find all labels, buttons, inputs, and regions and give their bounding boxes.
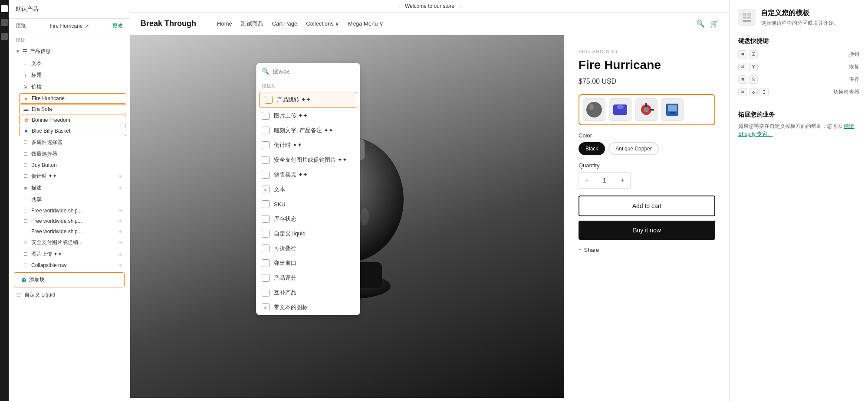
add-to-cart-button[interactable]: Add to cart [579, 196, 715, 216]
color-section: Color Black Antique Copper [579, 132, 715, 155]
dropdown-item-custom-liquid[interactable]: 自定义 liquid [256, 226, 360, 241]
dropdown-item-selling-points[interactable]: 销售卖点 ✦✦ [256, 167, 360, 182]
sidebar-icon-pin[interactable] [1, 19, 8, 26]
nav-item-collections[interactable]: Collections ∨ [306, 20, 339, 27]
image-upload-dd-icon [262, 112, 270, 120]
share-row[interactable]: ↑ Share [579, 247, 715, 253]
tree-parent-product-info[interactable]: ▼ ☰ 产品信息 [9, 45, 130, 58]
qty-select-label: 数量选择器 [31, 150, 123, 158]
dropdown-item-product-carousel[interactable]: 产品跳转 ✦✦ [259, 92, 357, 108]
description-eye-icon[interactable]: 👁 [118, 186, 123, 191]
countdown-eye-icon[interactable]: 👁 [118, 174, 123, 179]
variant-img-2[interactable] [609, 98, 631, 121]
product-info-area: SHO-SHO-SHO Fire Hurricane $75.00 USD [564, 35, 729, 398]
tree-item-countdown[interactable]: ☐ 倒计时 ✦✦ 👁 [16, 170, 130, 182]
svg-rect-16 [670, 112, 675, 114]
description-icon: ≡ [23, 185, 29, 191]
buy-button-label: Buy Button [31, 162, 123, 168]
shortcuts-section: 键盘快捷键 ⌘ Z 撤销 ⌘ Y 恢复 ⌘ S 保存 ⌘ ◇ [738, 37, 859, 101]
variant-img-4[interactable] [661, 98, 684, 121]
color-black[interactable]: Black [579, 142, 605, 155]
tree-item-free-ship-3[interactable]: ☐ Free worldwide ship... 👁 [16, 226, 130, 237]
nav-item-home[interactable]: Home [217, 20, 232, 27]
add-block-button[interactable]: ⊕ 添加块 [14, 272, 125, 287]
collapsible-row-label: 可折叠行 [274, 245, 355, 252]
free-ship-3-label: Free worldwide ship... [31, 228, 115, 235]
tree-item-qty-select[interactable]: ☐ 数量选择器 [16, 148, 130, 160]
dropdown-item-secure-promo[interactable]: 安全支付图片或促销图片 ✦✦ [256, 153, 360, 167]
nav-item-mega-menu[interactable]: Mega Menu ∨ [348, 20, 384, 27]
tree-item-era-sofa[interactable]: ▬ Era Sofa [19, 104, 126, 114]
dropdown-item-rating[interactable]: 产品评分 [256, 271, 360, 285]
tree-item-image-upload[interactable]: ☐ 图片上传 ✦✦ 👁 [16, 248, 130, 260]
tree-item-price[interactable]: ¥ 价格 [16, 81, 130, 93]
nav-item-cart[interactable]: Cart Page [272, 20, 298, 27]
product-info-label: 产品信息 [30, 48, 51, 55]
sidebar-icon-apps[interactable] [1, 33, 8, 40]
product-area: SHO-SHO-SHO Fire Hurricane $75.00 USD [130, 35, 729, 398]
free-ship-1-eye-icon[interactable]: 👁 [118, 208, 123, 213]
free-ship-3-eye-icon[interactable]: 👁 [118, 229, 123, 234]
dropdown-item-sku[interactable]: SKU [256, 197, 360, 212]
qty-decrease-button[interactable]: − [579, 173, 595, 188]
dropdown-item-complementary[interactable]: 互补产品 [256, 285, 360, 300]
dropdown-item-stock[interactable]: 库存状态 [256, 212, 360, 226]
dropdown-item-countdown[interactable]: 倒计时 ✦✦ [256, 138, 360, 153]
search-nav-icon[interactable]: 🔍 [696, 20, 705, 28]
svg-point-7 [589, 104, 594, 110]
cart-nav-icon[interactable]: 🛒 [710, 20, 719, 28]
dropdown-item-engraving[interactable]: 雕刻文字, 产品备注 ✦✦ [256, 123, 360, 138]
topbar-next-arrow[interactable]: › [460, 3, 462, 10]
dropdown-item-collapsible-row[interactable]: 可折叠行 [256, 241, 360, 256]
sidebar-icon-grid[interactable] [1, 5, 8, 12]
selling-points-icon [262, 171, 270, 179]
tree-item-collapsible[interactable]: ☐ Collapsible row 👁 [16, 260, 130, 271]
tree-item-fire-hurricane[interactable]: ● Fire Hurricane [19, 93, 126, 104]
rating-label: 产品评分 [274, 274, 355, 282]
buy-now-button[interactable]: Buy it now [579, 221, 715, 240]
preview-link[interactable]: Fire Hurricane ↗ [49, 23, 89, 29]
collapsible-row-icon [262, 245, 270, 252]
nav-item-test[interactable]: 测试商品 [241, 20, 263, 28]
key-cmd-1: ⌘ [738, 50, 747, 59]
image-upload-eye-icon[interactable]: 👁 [118, 252, 123, 257]
tree-item-secure-pay[interactable]: ⚠ 安全支付图片或促销... 👁 [16, 237, 130, 248]
free-ship-2-eye-icon[interactable]: 👁 [118, 218, 123, 224]
tree-item-free-ship-1[interactable]: ☐ Free worldwide ship... 👁 [16, 205, 130, 216]
secure-promo-icon [262, 156, 270, 164]
tree-item-description[interactable]: ≡ 描述 👁 [16, 182, 130, 194]
tree-item-share[interactable]: ☐ 共享 [16, 194, 130, 205]
key-z: Z [749, 50, 758, 59]
right-panel-title: 自定义您的模板 [761, 9, 839, 18]
tree-item-custom-liquid[interactable]: ☐ 自定义 Liquid [9, 289, 130, 301]
product-brand: SHO-SHO-SHO [579, 49, 715, 54]
secure-pay-eye-icon[interactable]: 👁 [118, 240, 123, 245]
key-i: I [760, 88, 769, 96]
topbar-prev-arrow[interactable]: ‹ [398, 3, 400, 10]
dropdown-section-label: 模板块 [256, 79, 360, 91]
tree-item-free-ship-2[interactable]: ☐ Free worldwide ship... 👁 [16, 216, 130, 226]
dropdown-item-text[interactable]: ≡ 文本 [256, 182, 360, 197]
variant-img-3[interactable] [635, 98, 658, 121]
tree-item-blue-billy[interactable]: ■ Blue Billy Basket [19, 126, 126, 136]
tree-item-bonnie-freedom[interactable]: ✿ Bonnie Freedom [19, 115, 126, 125]
store-nav-items: Home 测试商品 Cart Page Collections ∨ Mega M… [217, 20, 686, 28]
svg-point-5 [360, 208, 369, 225]
collapsible-icon: ☐ [23, 262, 29, 268]
qty-increase-button[interactable]: + [615, 173, 630, 188]
text-dd-label: 文本 [274, 186, 355, 193]
dropdown-item-popup[interactable]: 弹出窗口 [256, 256, 360, 271]
variant-img-1[interactable] [583, 98, 605, 121]
dropdown-item-text-icon[interactable]: ≡ 带文本的图标 [256, 300, 360, 315]
shortcut-redo-label: 恢复 [849, 63, 859, 71]
tree-item-buy-button[interactable]: ☐ Buy Button [16, 160, 130, 170]
collapsible-eye-icon[interactable]: 👁 [118, 263, 123, 268]
color-antique-copper[interactable]: Antique Copper [608, 142, 658, 155]
dropdown-item-image-upload[interactable]: 图片上传 ✦✦ [256, 108, 360, 123]
tree-item-multi-select[interactable]: ☐ 多属性选择器 [16, 137, 130, 148]
tree-item-heading[interactable]: T 标题 [16, 69, 130, 81]
tree-item-text[interactable]: ≡ 文本 [16, 58, 130, 69]
change-button[interactable]: 更改 [112, 22, 123, 29]
variant-images [579, 94, 715, 125]
search-input[interactable] [273, 68, 355, 75]
